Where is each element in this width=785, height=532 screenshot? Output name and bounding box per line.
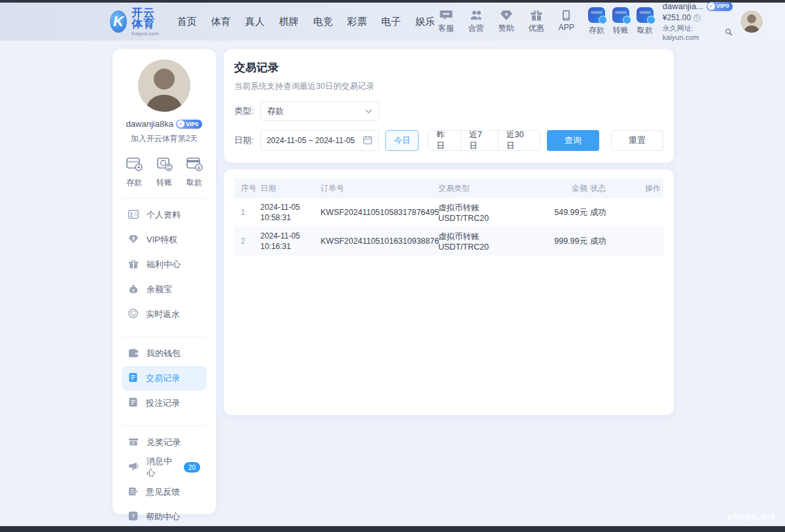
help-icon: ? xyxy=(128,511,138,523)
sidebar-deposit-button[interactable]: 存款 xyxy=(126,156,143,188)
range-7days-button[interactable]: 近7日 xyxy=(461,130,498,151)
menu-label: VIP特权 xyxy=(147,234,177,246)
range-group: 昨日 近7日 近30日 xyxy=(428,130,540,151)
nav-chess[interactable]: 棋牌 xyxy=(279,16,299,28)
sidebar-item-prize-records[interactable]: 兑奖记录 xyxy=(122,430,207,455)
records-table-card: 序号 日期 订单号 交易类型 金额 状态 操作 1 2024-11-05 10:… xyxy=(224,169,674,415)
profile-avatar[interactable] xyxy=(138,59,190,112)
diamond-icon xyxy=(500,10,513,21)
col-operation: 操作 xyxy=(635,183,663,194)
sidebar-withdraw-button[interactable]: 取款 xyxy=(186,156,203,188)
svg-text:?: ? xyxy=(131,513,135,520)
sidebar-menu-group-wallet: 我的钱包 交易记录 投注记录 xyxy=(122,341,207,416)
query-button[interactable]: 查询 xyxy=(547,130,599,151)
vip-shield-icon: ✓ xyxy=(708,3,715,10)
sidebar-item-bet-records[interactable]: 投注记录 xyxy=(122,391,207,416)
permanent-url: 永久网址: kaiyun.com xyxy=(663,24,724,42)
deposit-button[interactable]: 存款 xyxy=(588,7,605,36)
bet-doc-icon xyxy=(128,397,138,409)
app-download-button[interactable]: APP xyxy=(555,10,578,34)
partnership-button[interactable]: 合营 xyxy=(465,10,487,34)
nav-sports[interactable]: 体育 xyxy=(211,16,231,28)
sidebar-item-profile[interactable]: 个人资料 xyxy=(122,203,207,227)
col-type: 交易类型 xyxy=(438,183,525,194)
sidebar-item-vip[interactable]: VIP特权 xyxy=(122,227,207,252)
deposit-outline-icon xyxy=(126,156,143,174)
feedback-edit-icon xyxy=(128,486,138,498)
table-header-row: 序号 日期 订单号 交易类型 金额 状态 操作 xyxy=(234,178,663,198)
brand-logo-icon: K xyxy=(110,10,127,33)
quick-action-label: 取款 xyxy=(186,177,202,188)
range-30days-button[interactable]: 近30日 xyxy=(498,130,540,151)
withdraw-card-icon xyxy=(637,7,654,23)
table-row: 1 2024-11-05 10:58:31 KWSF20241105105831… xyxy=(234,198,663,227)
sidebar-item-my-wallet[interactable]: 我的钱包 xyxy=(122,341,207,366)
type-selected-value: 存款 xyxy=(268,106,284,117)
range-yesterday-button[interactable]: 昨日 xyxy=(428,130,461,151)
menu-label: 兑奖记录 xyxy=(147,437,181,448)
cell-status: 成功 xyxy=(590,236,632,247)
menu-label: 余额宝 xyxy=(147,284,172,295)
user-avatar[interactable] xyxy=(739,9,764,34)
cell-date: 2024-11-05 10:16:31 xyxy=(260,231,318,252)
customer-service-button[interactable]: 客服 xyxy=(435,10,457,34)
sidebar-item-message-center[interactable]: 消息中心 20 xyxy=(122,455,207,480)
header-tools: 客服 合营 赞助 优惠 APP xyxy=(435,10,578,34)
gem-icon xyxy=(128,235,139,246)
date-range-value: 2024-11-05 ~ 2024-11-05 xyxy=(267,136,355,145)
type-select[interactable]: 存款 xyxy=(260,101,379,121)
withdraw-button[interactable]: 取款 xyxy=(637,7,654,36)
col-date: 日期 xyxy=(260,183,318,194)
transactions-table: 序号 日期 订单号 交易类型 金额 状态 操作 1 2024-11-05 10:… xyxy=(234,178,663,256)
brand-logo[interactable]: K 开云体育 Kaiyun.com xyxy=(110,7,166,37)
search-icon[interactable] xyxy=(725,28,733,39)
transfer-button[interactable]: 转账 xyxy=(612,7,629,36)
profile-vip-badge: ✓ VIP0 xyxy=(176,120,203,129)
username-short: dawanjia... xyxy=(663,1,703,12)
balance-value: ¥251.00 xyxy=(663,13,691,23)
nav-live[interactable]: 真人 xyxy=(245,16,265,28)
sidebar-item-yuebao[interactable]: 余额宝 xyxy=(122,277,207,302)
refresh-balance-icon[interactable]: ↻ xyxy=(693,14,701,22)
sidebar-item-feedback[interactable]: 意见反馈 xyxy=(122,480,207,505)
chat-icon xyxy=(440,10,453,21)
user-info: dawanjia... ✓ VIP0 ¥251.00 ↻ 永久网址: kaiyu… xyxy=(663,1,733,42)
top-nav: 首页 体育 真人 棋牌 电竞 彩票 电子 娱乐 xyxy=(177,16,435,28)
date-range-input[interactable]: 2024-11-05 ~ 2024-11-05 xyxy=(260,130,379,151)
wallet-icon xyxy=(128,348,139,359)
nav-slots[interactable]: 电子 xyxy=(381,16,401,28)
money-pouch-icon xyxy=(128,284,139,295)
range-today-button[interactable]: 今日 xyxy=(385,130,419,151)
chevron-down-icon xyxy=(365,108,372,115)
cell-status: 成功 xyxy=(590,207,632,218)
transfer-card-icon xyxy=(612,7,629,23)
menu-label: 意见反馈 xyxy=(146,486,180,498)
sidebar-menu-group-account: 个人资料 VIP特权 福利中心 余额宝 实时返水 xyxy=(122,203,207,327)
vip-shield-icon: ✓ xyxy=(177,120,184,127)
nav-entertainment[interactable]: 娱乐 xyxy=(415,16,435,28)
unread-count-badge: 20 xyxy=(184,462,200,473)
nav-lottery[interactable]: 彩票 xyxy=(347,16,367,28)
transfer-outline-icon xyxy=(156,156,173,174)
quick-action-label: 转账 xyxy=(156,177,172,188)
gift-icon xyxy=(530,10,543,21)
date-filter-row: 日期: 2024-11-05 ~ 2024-11-05 今日 昨日 近7日 近3… xyxy=(234,130,663,151)
cell-index: 2 xyxy=(234,237,258,246)
type-label: 类型: xyxy=(234,105,254,117)
menu-label: 实时返水 xyxy=(146,308,180,320)
col-order-no: 订单号 xyxy=(321,183,436,194)
sidebar-item-transaction-records[interactable]: 交易记录 xyxy=(122,366,207,391)
sponsor-button[interactable]: 赞助 xyxy=(495,10,517,34)
brand-domain: Kaiyun.com xyxy=(131,31,166,37)
sidebar-transfer-button[interactable]: 转账 xyxy=(156,156,173,188)
cell-order-no: KWSF202411051058317876495 xyxy=(321,208,436,217)
cell-index: 1 xyxy=(234,208,258,217)
nav-esports[interactable]: 电竞 xyxy=(313,16,333,28)
promotions-button[interactable]: 优惠 xyxy=(525,10,548,34)
sidebar-item-rebate[interactable]: 实时返水 xyxy=(122,302,207,327)
nav-home[interactable]: 首页 xyxy=(177,16,197,28)
rebate-cycle-icon xyxy=(128,308,138,320)
reset-button[interactable]: 重置 xyxy=(611,130,663,151)
sidebar-item-welfare[interactable]: 福利中心 xyxy=(122,252,207,277)
main-content: 交易记录 当前系统支持查询最近30日的交易记录 类型: 存款 日期: 2024-… xyxy=(224,49,674,415)
